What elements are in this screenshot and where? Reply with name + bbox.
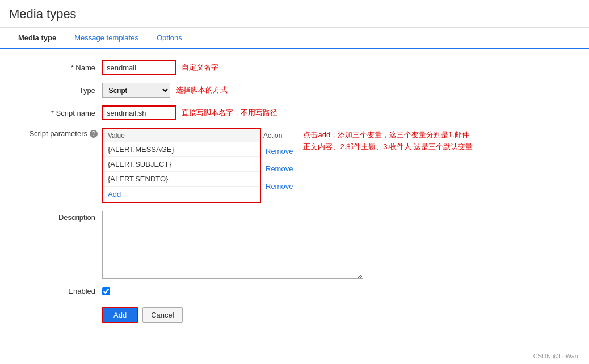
description-label: Description (11, 211, 102, 222)
remove-link-3[interactable]: Remove (261, 178, 297, 196)
params-actions-col: Action Remove Remove Remove (261, 128, 297, 203)
tab-message-templates[interactable]: Message templates (65, 28, 148, 49)
script-params-content: Value {ALERT.MESSAGE} {ALERT.SUBJECT} {A… (102, 128, 473, 203)
script-name-input[interactable] (102, 105, 176, 120)
params-value-header: Value (103, 129, 260, 142)
description-textarea[interactable] (102, 211, 363, 279)
type-row: Type Script Email SMS Jabber Ez Texting … (11, 83, 578, 98)
help-icon[interactable]: ? (90, 130, 98, 138)
form-container: * Name 自定义名字 Type Script Email SMS Jabbe… (0, 49, 589, 335)
script-params-label: Script parameters ? (11, 128, 102, 138)
params-annotation: 点击add，添加三个变量，这三个变量分别是1.邮件正文内容、2.邮件主题、3.收… (303, 128, 473, 203)
remove-link-2[interactable]: Remove (261, 160, 297, 178)
enabled-label: Enabled (11, 287, 102, 295)
param-value-3: {ALERT.SENDTO} (103, 172, 260, 186)
add-param-link[interactable]: Add (103, 187, 260, 202)
name-label: * Name (11, 64, 102, 72)
tab-options[interactable]: Options (148, 28, 191, 49)
params-table: Value {ALERT.MESSAGE} {ALERT.SUBJECT} {A… (102, 128, 261, 203)
type-label: Type (11, 86, 102, 95)
tab-media-type[interactable]: Media type (9, 28, 65, 49)
script-name-annotation: 直接写脚本名字，不用写路径 (182, 108, 277, 118)
add-link-text[interactable]: Add (103, 187, 260, 202)
cancel-button[interactable]: Cancel (142, 307, 182, 323)
watermark: CSDN @LcWanf (533, 353, 580, 359)
param-row: {ALERT.MESSAGE} (103, 142, 260, 157)
script-params-row: Script parameters ? Value {ALERT.MESSAGE… (11, 128, 578, 203)
params-table-wrapper: Value {ALERT.MESSAGE} {ALERT.SUBJECT} {A… (102, 128, 261, 203)
params-header: Value (103, 129, 260, 142)
page-header: Media types (0, 0, 589, 28)
add-button[interactable]: Add (102, 307, 138, 323)
param-value-2: {ALERT.SUBJECT} (103, 157, 260, 171)
enabled-checkbox[interactable] (102, 287, 110, 295)
name-row: * Name 自定义名字 (11, 60, 578, 75)
param-row: {ALERT.SENDTO} (103, 172, 260, 187)
param-value-1: {ALERT.MESSAGE} (103, 142, 260, 156)
script-name-row: * Script name 直接写脚本名字，不用写路径 (11, 105, 578, 120)
name-annotation: 自定义名字 (182, 62, 218, 73)
name-input[interactable] (102, 60, 176, 75)
description-row: Description (11, 211, 578, 279)
script-name-label: * Script name (11, 109, 102, 117)
page-title: Media types (9, 7, 580, 22)
tabs-bar: Media type Message templates Options (0, 28, 589, 49)
button-row: Add Cancel (102, 307, 578, 323)
enabled-row: Enabled (11, 287, 578, 295)
type-annotation: 选择脚本的方式 (176, 85, 228, 95)
params-action-header: Action (263, 132, 282, 139)
type-select[interactable]: Script Email SMS Jabber Ez Texting (102, 83, 170, 98)
remove-link-1[interactable]: Remove (261, 143, 297, 160)
param-row: {ALERT.SUBJECT} (103, 157, 260, 172)
